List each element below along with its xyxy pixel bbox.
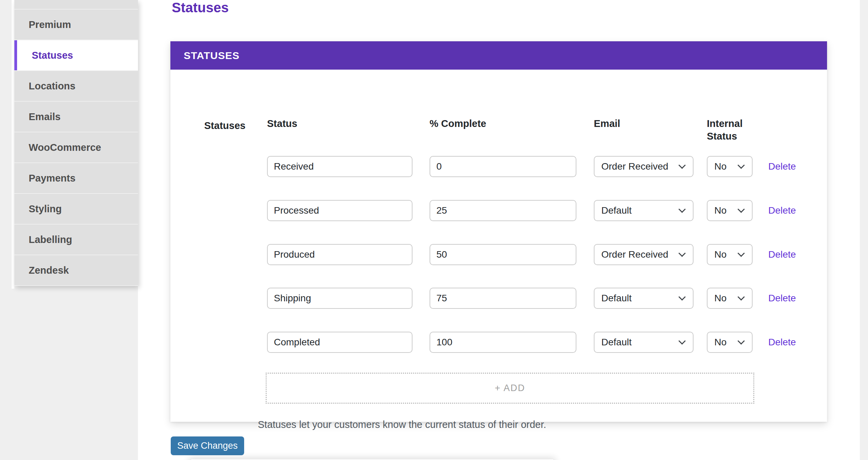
internal-status-select-value: No <box>714 249 727 260</box>
delete-row-link[interactable]: Delete <box>768 332 796 353</box>
sidebar-item-label: Premium <box>29 19 71 30</box>
internal-status-select-value: No <box>714 161 727 172</box>
delete-row-link[interactable]: Delete <box>768 156 796 177</box>
statuses-panel-body: Statuses Status % Complete Email Interna… <box>170 70 827 422</box>
sidebar-item-emails[interactable]: Emails <box>14 102 138 132</box>
chevron-down-icon <box>678 293 686 300</box>
sidebar-item-styling[interactable]: Styling <box>14 194 138 224</box>
internal-status-select-value: No <box>714 293 727 304</box>
sidebar-item-payments[interactable]: Payments <box>14 163 138 193</box>
chevron-down-icon <box>738 249 745 257</box>
status-row: Default No Delete <box>170 200 827 221</box>
save-changes-button[interactable]: Save Changes <box>171 436 244 455</box>
status-name-input[interactable] <box>267 244 412 265</box>
email-select-value: Order Received <box>601 161 668 172</box>
status-name-input[interactable] <box>267 156 412 177</box>
internal-status-select[interactable]: No <box>707 156 753 177</box>
email-select[interactable]: Order Received <box>594 244 694 265</box>
sidebar-item-label: Locations <box>29 81 75 92</box>
email-select-value: Order Received <box>601 249 668 260</box>
email-select[interactable]: Default <box>594 200 694 221</box>
chevron-down-icon <box>738 293 745 300</box>
column-header-status: Status <box>267 117 297 130</box>
statuses-panel-header-title: STATUSES <box>184 50 240 61</box>
sidebar-item-cutoff[interactable] <box>14 0 138 9</box>
column-header-internal-line2: Status <box>707 131 737 142</box>
sidebar-item-label: Styling <box>29 203 62 215</box>
sidebar-item-label: WooCommerce <box>29 142 101 153</box>
status-row: Default No Delete <box>170 332 827 353</box>
chevron-down-icon <box>738 161 745 169</box>
status-name-input[interactable] <box>267 332 412 353</box>
chevron-down-icon <box>738 337 745 344</box>
sidebar-item-locations[interactable]: Locations <box>14 71 138 101</box>
add-status-button[interactable]: + ADD <box>266 373 754 404</box>
internal-status-select-value: No <box>714 205 727 216</box>
status-row: Order Received No Delete <box>170 244 827 265</box>
statuses-panel-header: STATUSES <box>170 41 827 70</box>
page-right-gutter <box>860 0 868 460</box>
internal-status-select-value: No <box>714 337 727 348</box>
delete-row-link[interactable]: Delete <box>768 244 796 265</box>
sidebar-item-label: Labelling <box>29 234 72 245</box>
email-select-value: Default <box>601 205 632 216</box>
column-header-internal-line1: Internal <box>707 118 743 129</box>
sidebar-item-label: Zendesk <box>29 265 69 276</box>
internal-status-select[interactable]: No <box>707 200 753 221</box>
statuses-panel: STATUSES Statuses Status % Complete Emai… <box>170 41 827 422</box>
percent-complete-input[interactable] <box>430 332 576 353</box>
chevron-down-icon <box>678 337 686 344</box>
email-select[interactable]: Default <box>594 288 694 309</box>
internal-status-select[interactable]: No <box>707 244 753 265</box>
email-select[interactable]: Default <box>594 332 694 353</box>
percent-complete-input[interactable] <box>430 200 576 221</box>
panel-caption: Statuses let your customers know the cur… <box>258 419 546 430</box>
internal-status-select[interactable]: No <box>707 332 753 353</box>
sidebar-item-statuses[interactable]: Statuses <box>14 40 138 70</box>
sidebar-item-woocommerce[interactable]: WooCommerce <box>14 132 138 162</box>
percent-complete-input[interactable] <box>430 288 576 309</box>
row-group-label: Statuses <box>204 119 246 132</box>
email-select[interactable]: Order Received <box>594 156 694 177</box>
sidebar-left-gap <box>12 0 14 289</box>
status-name-input[interactable] <box>267 288 412 309</box>
status-name-input[interactable] <box>267 200 412 221</box>
column-header-percent-complete: % Complete <box>430 117 486 130</box>
status-row: Order Received No Delete <box>170 156 827 177</box>
status-row: Default No Delete <box>170 288 827 309</box>
delete-row-link[interactable]: Delete <box>768 288 796 309</box>
percent-complete-input[interactable] <box>430 244 576 265</box>
sidebar-item-labelling[interactable]: Labelling <box>14 225 138 255</box>
email-select-value: Default <box>601 293 632 304</box>
settings-sidebar: Premium Statuses Locations Emails WooCom… <box>14 0 138 286</box>
delete-row-link[interactable]: Delete <box>768 200 796 221</box>
column-header-internal-status: Internal Status <box>707 117 765 143</box>
sidebar-item-label: Statuses <box>32 50 73 61</box>
chevron-down-icon <box>678 161 686 169</box>
page-title: Statuses <box>172 0 229 16</box>
chevron-down-icon <box>738 205 745 213</box>
chevron-down-icon <box>678 249 686 257</box>
email-select-value: Default <box>601 337 632 348</box>
sidebar-item-label: Emails <box>29 111 61 123</box>
internal-status-select[interactable]: No <box>707 288 753 309</box>
percent-complete-input[interactable] <box>430 156 576 177</box>
column-header-email: Email <box>594 117 620 130</box>
chevron-down-icon <box>678 205 686 213</box>
sidebar-item-premium[interactable]: Premium <box>14 10 138 40</box>
sidebar-item-label: Payments <box>29 173 75 184</box>
sidebar-item-zendesk[interactable]: Zendesk <box>14 255 138 285</box>
add-status-button-label: + ADD <box>495 383 525 393</box>
